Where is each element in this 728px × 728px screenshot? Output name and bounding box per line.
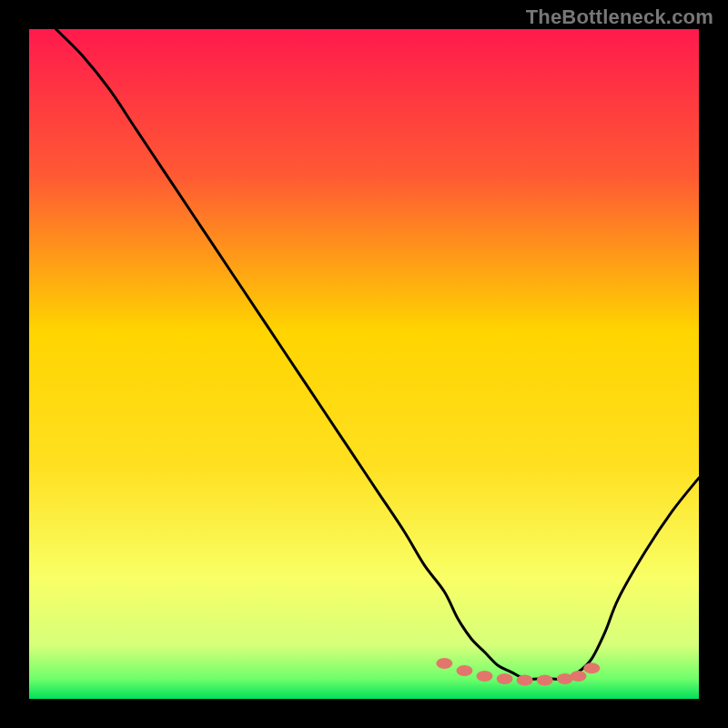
optimal-dot: [436, 658, 452, 669]
optimal-dot: [517, 674, 533, 685]
optimal-dot: [456, 665, 472, 676]
optimal-dot: [497, 673, 513, 684]
bottleneck-curve-chart: [29, 29, 699, 699]
watermark-text: TheBottleneck.com: [526, 5, 713, 29]
chart-frame: [29, 29, 699, 699]
optimal-dot: [583, 662, 600, 673]
optimal-dot: [571, 671, 587, 682]
optimal-dot: [537, 674, 553, 685]
gradient-background: [29, 29, 699, 699]
optimal-dot: [476, 671, 492, 682]
